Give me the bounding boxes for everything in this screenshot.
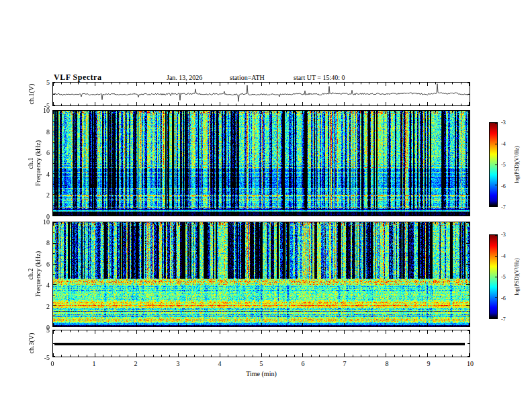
x-tick-label: 3 — [170, 360, 186, 367]
x-tick-label: 8 — [379, 360, 395, 367]
colorbar-tick-label: -7 — [501, 204, 506, 210]
x-tick-label: 6 — [295, 360, 311, 367]
colorbar-tick-label: -4 — [501, 253, 506, 259]
colorbar-tick-label: -3 — [501, 120, 506, 126]
x-axis-label: Time (min) — [221, 370, 302, 377]
colorbar-tick-label: -3 — [501, 232, 506, 238]
x-tick-label: 0 — [44, 360, 60, 367]
colorbar-tick-label: -5 — [501, 274, 506, 280]
y-tick-label: 2 — [32, 191, 50, 199]
colorbar-tick-label: -7 — [501, 316, 506, 322]
figure-start-ut: start UT = 15:40: 0 — [294, 74, 345, 81]
vlf-spectra-figure: VLF Spectra Jan. 13, 2026 station=ATH st… — [0, 0, 532, 411]
ch3-waveform-panel — [52, 330, 470, 357]
y-tick-label: 5 — [32, 326, 50, 334]
spec2-axis-label: ch.2 Frequency (kHz) — [27, 251, 42, 297]
colorbar-tick-label: -6 — [501, 295, 506, 302]
colorbar-ch1 — [489, 122, 498, 207]
y-tick-label: 8 — [32, 239, 50, 246]
x-tick-label: 4 — [212, 360, 228, 367]
x-tick-label: 7 — [337, 360, 353, 367]
figure-station: station=ATH — [230, 74, 265, 81]
colorbar-ch2 — [489, 234, 498, 319]
page-title: VLF Spectra — [54, 73, 101, 83]
y-tick-label: 10 — [32, 107, 50, 114]
figure-date: Jan. 13, 2026 — [167, 74, 202, 81]
spec2-axis-label-ch: ch.2 — [27, 251, 34, 297]
colorbar-tick-label: -5 — [501, 162, 506, 168]
y-tick-label: 2 — [32, 303, 50, 310]
spec1-axis-label-freq: Frequency (kHz) — [34, 140, 42, 186]
y-tick-label: 10 — [32, 218, 50, 226]
x-tick-label: 5 — [253, 360, 269, 367]
x-tick-label: 2 — [128, 360, 144, 367]
ch1v-axis-label: ch.1(V) — [28, 84, 35, 105]
y-tick-label: 8 — [32, 128, 50, 136]
y-tick-label: 5 — [32, 79, 50, 86]
ch2-spectrogram-panel — [52, 222, 470, 327]
spec2-axis-label-freq: Frequency (kHz) — [34, 251, 42, 297]
spec1-axis-label: ch.1 Frequency (kHz) — [27, 140, 42, 186]
ch1-waveform-panel — [52, 82, 470, 106]
colorbar-tick-label: -6 — [501, 183, 506, 189]
colorbar1-axis-label: log(PSD)(V²/Hz) — [514, 146, 520, 183]
ch3v-axis-label: ch.3(V) — [28, 333, 35, 354]
colorbar-tick-label: -4 — [501, 141, 506, 147]
x-tick-label: 1 — [86, 360, 102, 367]
ch1-spectrogram-panel — [52, 110, 470, 216]
x-tick-label: 9 — [420, 360, 437, 367]
x-tick-label: 10 — [462, 360, 478, 367]
colorbar2-axis-label: log(PSD)(V²/Hz) — [514, 258, 520, 295]
spec1-axis-label-ch: ch.1 — [27, 140, 34, 186]
